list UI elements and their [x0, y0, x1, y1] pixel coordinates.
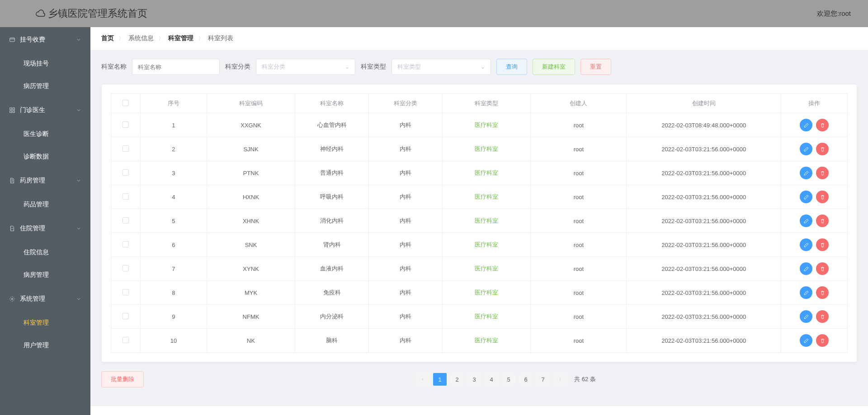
sidebar-item-4-0[interactable]: 科室管理 — [0, 312, 90, 334]
sidebar-item-1-0[interactable]: 医生诊断 — [0, 123, 90, 145]
sidebar-item-2-0[interactable]: 药品管理 — [0, 193, 90, 216]
sidebar-item-4-1[interactable]: 用户管理 — [0, 334, 90, 357]
sidebar-item-1-1[interactable]: 诊断数据 — [0, 145, 90, 168]
sidebar-item-0-1[interactable]: 病历管理 — [0, 75, 90, 98]
cell-name: 免疫科 — [295, 281, 369, 305]
pagination-page-7[interactable]: 7 — [536, 373, 550, 386]
cell-type: 医疗科室 — [443, 113, 531, 137]
filter-category-label: 科室分类 — [225, 63, 250, 71]
sidebar-group-label: 药房管理 — [20, 177, 45, 185]
cell-creator: root — [531, 161, 627, 185]
pagination-page-1[interactable]: 1 — [433, 373, 447, 386]
pagination-page-6[interactable]: 6 — [519, 373, 533, 386]
row-checkbox[interactable] — [123, 145, 129, 152]
cell-type: 医疗科室 — [443, 305, 531, 329]
cell-name: 普通内科 — [295, 161, 369, 185]
edit-button[interactable] — [800, 238, 812, 251]
sidebar-group-3[interactable]: 住院管理 — [0, 216, 90, 241]
edit-button[interactable] — [800, 143, 812, 155]
dept-category-select[interactable]: 科室分类 ⌄ — [256, 59, 355, 75]
edit-button[interactable] — [800, 310, 812, 323]
row-checkbox[interactable] — [123, 337, 129, 343]
delete-button[interactable] — [816, 191, 829, 203]
cell-type: 医疗科室 — [443, 161, 531, 185]
cell-category: 内科 — [369, 113, 443, 137]
cell-code: XYNK — [207, 257, 295, 281]
sidebar-group-0[interactable]: 挂号收费 — [0, 27, 90, 52]
select-all-checkbox[interactable] — [123, 100, 129, 106]
edit-button[interactable] — [800, 334, 812, 347]
sidebar-group-label: 挂号收费 — [20, 36, 45, 44]
query-button[interactable]: 查询 — [496, 59, 527, 75]
table-row: 3PTNK普通内科内科医疗科室root2022-02-03T03:21:56.0… — [111, 161, 848, 185]
batch-delete-button[interactable]: 批量删除 — [101, 371, 144, 387]
breadcrumb-item-1[interactable]: 系统信息 — [128, 34, 154, 42]
row-checkbox[interactable] — [123, 193, 129, 200]
cell-creator: root — [531, 281, 627, 305]
sidebar-item-3-1[interactable]: 病房管理 — [0, 264, 90, 286]
delete-button[interactable] — [816, 286, 829, 299]
cell-code: NK — [207, 329, 295, 353]
table-row: 5XHNK消化内科内科医疗科室root2022-02-03T03:21:56.0… — [111, 209, 848, 233]
create-button[interactable]: 新建科室 — [533, 59, 575, 75]
th-2: 科室名称 — [295, 94, 369, 113]
delete-button[interactable] — [816, 262, 829, 275]
breadcrumb-item-2[interactable]: 科室管理 — [168, 34, 193, 42]
row-checkbox[interactable] — [123, 265, 129, 271]
edit-button[interactable] — [800, 191, 812, 203]
edit-button[interactable] — [800, 262, 812, 275]
delete-button[interactable] — [816, 238, 829, 251]
row-checkbox[interactable] — [123, 121, 129, 128]
delete-button[interactable] — [816, 310, 829, 323]
delete-button[interactable] — [816, 214, 829, 227]
delete-button[interactable] — [816, 143, 829, 155]
cell-category: 内科 — [369, 161, 443, 185]
pagination-prev[interactable] — [416, 373, 429, 386]
svg-rect-4 — [13, 111, 14, 112]
dept-type-select[interactable]: 科室类型 ⌄ — [392, 59, 491, 75]
sidebar-group-2[interactable]: 药房管理 — [0, 168, 90, 193]
breadcrumb-sep: 〉 — [118, 35, 124, 42]
cell-idx: 1 — [141, 113, 207, 137]
row-checkbox[interactable] — [123, 217, 129, 224]
menu-group-icon — [9, 177, 15, 184]
pagination-page-3[interactable]: 3 — [467, 373, 481, 386]
pagination-page-4[interactable]: 4 — [485, 373, 498, 386]
reset-button[interactable]: 重置 — [580, 59, 611, 75]
cell-name: 内分泌科 — [295, 305, 369, 329]
dept-name-input[interactable] — [132, 59, 220, 75]
cell-idx: 7 — [141, 257, 207, 281]
cell-code: MYK — [207, 281, 295, 305]
row-checkbox[interactable] — [123, 289, 129, 295]
pagination-page-5[interactable]: 5 — [502, 373, 515, 386]
welcome-text: 欢迎您:root — [817, 9, 851, 18]
cell-time: 2022-02-03T03:21:56.000+0000 — [627, 329, 781, 353]
pagination-next[interactable] — [553, 373, 567, 386]
th-0: 序号 — [141, 94, 207, 113]
delete-button[interactable] — [816, 167, 829, 179]
sidebar-item-3-0[interactable]: 住院信息 — [0, 241, 90, 264]
sidebar-group-4[interactable]: 系统管理 — [0, 286, 90, 312]
cell-category: 内科 — [369, 329, 443, 353]
cell-code: PTNK — [207, 161, 295, 185]
table-row: 8MYK免疫科内科医疗科室root2022-02-03T03:21:56.000… — [111, 281, 848, 305]
breadcrumb-item-0[interactable]: 首页 — [101, 34, 114, 42]
cell-time: 2022-02-03T03:21:56.000+0000 — [627, 233, 781, 257]
filter-bar: 科室名称 科室分类 科室分类 ⌄ 科室类型 科室类型 ⌄ 查询 新建科室 重置 — [101, 59, 857, 75]
cell-name: 消化内科 — [295, 209, 369, 233]
table-row: 10NK脑科内科医疗科室root2022-02-03T03:21:56.000+… — [111, 329, 848, 353]
edit-button[interactable] — [800, 214, 812, 227]
sidebar-group-1[interactable]: 门诊医生 — [0, 98, 90, 123]
edit-button[interactable] — [800, 286, 812, 299]
row-checkbox[interactable] — [123, 313, 129, 319]
edit-button[interactable] — [800, 167, 812, 179]
pagination-page-2[interactable]: 2 — [450, 373, 464, 386]
edit-button[interactable] — [800, 119, 812, 131]
delete-button[interactable] — [816, 334, 829, 347]
cell-time: 2022-02-03T03:21:56.000+0000 — [627, 281, 781, 305]
delete-button[interactable] — [816, 119, 829, 131]
cell-time: 2022-02-03T03:21:56.000+0000 — [627, 137, 781, 161]
row-checkbox[interactable] — [123, 169, 129, 176]
sidebar-item-0-0[interactable]: 现场挂号 — [0, 52, 90, 75]
row-checkbox[interactable] — [123, 241, 129, 247]
